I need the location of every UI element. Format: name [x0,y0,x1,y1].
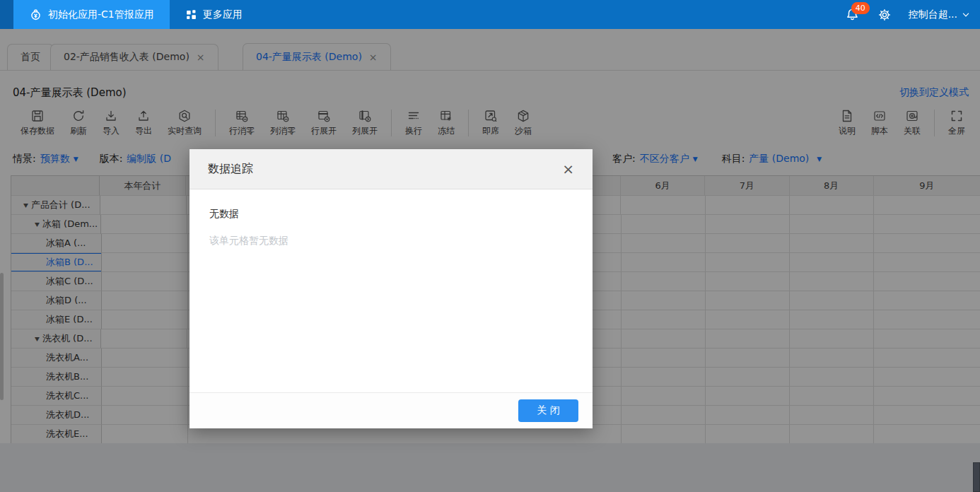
content-area: 首页 02-产品销售收入表 (Demo) × 04-产量展示表 (Demo) ×… [0,29,980,492]
chevron-down-icon [962,11,970,19]
dialog-primary-text: 无数据 [209,208,573,221]
dialog-title: 数据追踪 [208,162,253,177]
app-tab-more-apps[interactable]: 更多应用 [170,0,258,29]
app-tab-label: 初始化应用-C1管报应用 [48,8,154,21]
app-window: 初始化应用-C1管报应用 更多应用 40 [0,0,980,492]
user-menu-label: 控制台超... [909,8,957,21]
dialog-close-icon[interactable]: × [562,162,574,176]
grid-icon [185,8,197,20]
app-header: 初始化应用-C1管报应用 更多应用 40 [0,0,980,29]
notification-badge: 40 [851,2,870,14]
dialog-secondary-text: 该单元格暂无数据 [209,235,573,247]
settings-gear-icon[interactable] [877,8,892,22]
dialog-close-button[interactable]: 关 闭 [518,399,578,422]
dialog-footer: 关 闭 [189,392,593,428]
header-left-edge [0,0,13,29]
notification-bell-icon[interactable]: 40 [845,7,861,23]
app-logo-icon [29,8,42,21]
data-trace-dialog: 数据追踪 × 无数据 该单元格暂无数据 关 闭 [189,149,593,428]
more-apps-label: 更多应用 [203,8,243,21]
app-tab-current[interactable]: 初始化应用-C1管报应用 [13,0,170,29]
dialog-body: 无数据 该单元格暂无数据 [189,189,593,392]
header-right-cluster: 40 控制台超... [845,0,970,29]
dialog-header: 数据追踪 × [189,149,593,189]
user-menu[interactable]: 控制台超... [909,8,970,21]
